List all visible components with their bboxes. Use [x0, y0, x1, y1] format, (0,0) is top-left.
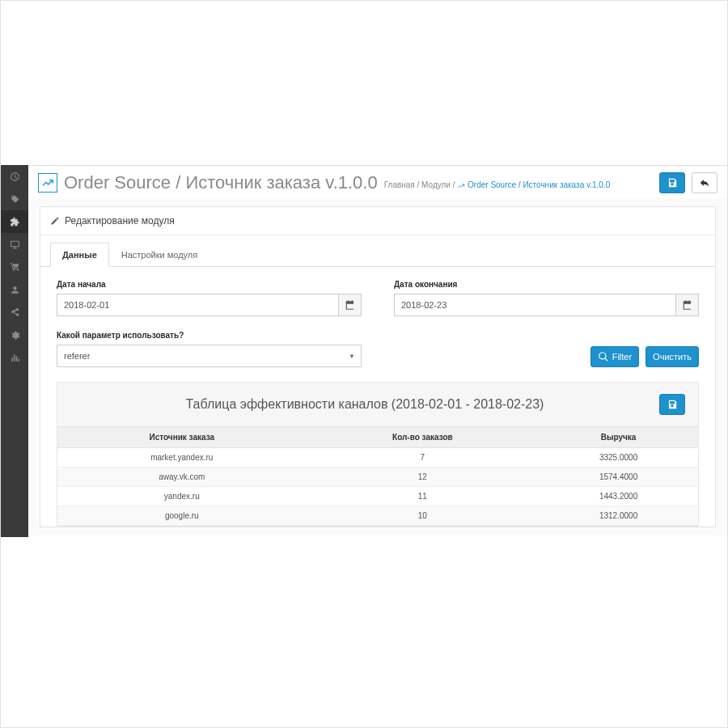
cell-orders: 10: [307, 506, 540, 526]
search-icon: [598, 351, 609, 362]
cell-source: away.vk.com: [57, 468, 307, 487]
sidebar: [1, 165, 28, 537]
cart-icon: [10, 262, 20, 273]
page-title-icon: [38, 173, 57, 193]
col-source: Источник заказа: [57, 427, 307, 448]
panel-heading: Редактирование модуля: [40, 207, 715, 235]
page-header: Order Source / Источник заказа v.1.0.0 Г…: [28, 166, 727, 198]
form-area: Дата начала Дата окончания: [40, 267, 715, 527]
table-row: yandex.ru111443.2000: [57, 487, 698, 506]
date-end-picker-button[interactable]: [676, 294, 699, 316]
date-start-input[interactable]: [57, 294, 339, 316]
main-content: Order Source / Источник заказа v.1.0.0 Г…: [28, 165, 727, 535]
cell-orders: 7: [307, 448, 540, 468]
bar-chart-icon: [10, 353, 20, 363]
sidebar-item-dashboard[interactable]: [1, 165, 28, 188]
share-icon: [10, 307, 20, 318]
param-select[interactable]: referer: [57, 345, 362, 367]
breadcrumb-home[interactable]: Главная: [384, 180, 415, 189]
export-button[interactable]: [659, 394, 685, 415]
cell-source: market.yandex.ru: [57, 448, 307, 468]
breadcrumb: Главная / Модули / Order Source / Источн…: [384, 180, 659, 189]
edit-panel: Редактирование модуля Данные Настройки м…: [40, 206, 716, 527]
cell-revenue: 1312.0000: [539, 506, 698, 526]
filter-button[interactable]: Filter: [590, 346, 639, 367]
col-orders: Кол-во заказов: [307, 427, 540, 448]
cell-source: google.ru: [57, 506, 307, 526]
cell-revenue: 3325.0000: [539, 448, 698, 468]
table-row: market.yandex.ru73325.0000: [57, 448, 698, 468]
breadcrumb-current[interactable]: Order Source / Источник заказа v.1.0.0: [468, 180, 610, 189]
header-actions: [659, 172, 717, 193]
sidebar-item-system[interactable]: [1, 324, 28, 346]
cell-orders: 12: [307, 468, 540, 487]
sidebar-item-marketing[interactable]: [1, 301, 28, 324]
calendar-icon: [682, 299, 693, 311]
table-row: away.vk.com121574.4000: [57, 468, 698, 487]
results-panel: Таблица эффективности каналов (2018-02-0…: [57, 382, 699, 527]
dashboard-icon: [10, 171, 20, 182]
gear-icon: [10, 330, 20, 341]
sidebar-item-sales[interactable]: [1, 256, 28, 278]
app-window: Order Source / Источник заказа v.1.0.0 Г…: [0, 0, 728, 728]
reply-icon: [699, 177, 710, 188]
save-icon: [667, 177, 678, 188]
calendar-icon: [345, 299, 356, 311]
results-title: Таблица эффективности каналов (2018-02-0…: [70, 397, 659, 412]
sidebar-item-customers[interactable]: [1, 278, 28, 301]
sidebar-item-catalog[interactable]: [1, 188, 28, 210]
col-revenue: Выручка: [539, 427, 698, 448]
sidebar-item-design[interactable]: [1, 233, 28, 256]
panel-heading-text: Редактирование модуля: [65, 215, 175, 226]
cell-orders: 11: [307, 487, 540, 506]
date-end-input[interactable]: [394, 294, 676, 316]
sidebar-item-reports[interactable]: [1, 346, 28, 369]
date-start-picker-button[interactable]: [339, 294, 362, 316]
tab-data[interactable]: Данные: [50, 243, 109, 267]
chart-line-icon: [41, 176, 54, 189]
save-button[interactable]: [659, 172, 685, 193]
breadcrumb-modules[interactable]: Модули: [421, 180, 451, 189]
cell-revenue: 1443.2000: [539, 487, 698, 506]
save-icon: [667, 399, 678, 410]
tabs: Данные Настройки модуля: [40, 242, 715, 267]
cell-source: yandex.ru: [57, 487, 307, 506]
chart-line-icon: [457, 182, 465, 190]
page-title: Order Source / Источник заказа v.1.0.0: [64, 172, 378, 193]
back-button[interactable]: [692, 172, 717, 193]
date-start-label: Дата начала: [57, 280, 362, 289]
date-end-label: Дата окончания: [394, 280, 699, 289]
user-icon: [10, 285, 20, 295]
cell-revenue: 1574.4000: [539, 468, 698, 487]
clear-button[interactable]: Очистить: [645, 346, 699, 367]
puzzle-icon: [10, 217, 20, 227]
results-table: Источник заказа Кол-во заказов Выручка m…: [57, 426, 698, 526]
param-label: Какой параметр использовать?: [57, 331, 362, 340]
pencil-icon: [50, 216, 60, 226]
monitor-icon: [10, 239, 20, 250]
sidebar-item-extensions[interactable]: [1, 210, 28, 233]
tab-settings[interactable]: Настройки модуля: [109, 243, 210, 267]
table-row: google.ru101312.0000: [57, 506, 698, 526]
tag-icon: [10, 194, 20, 205]
